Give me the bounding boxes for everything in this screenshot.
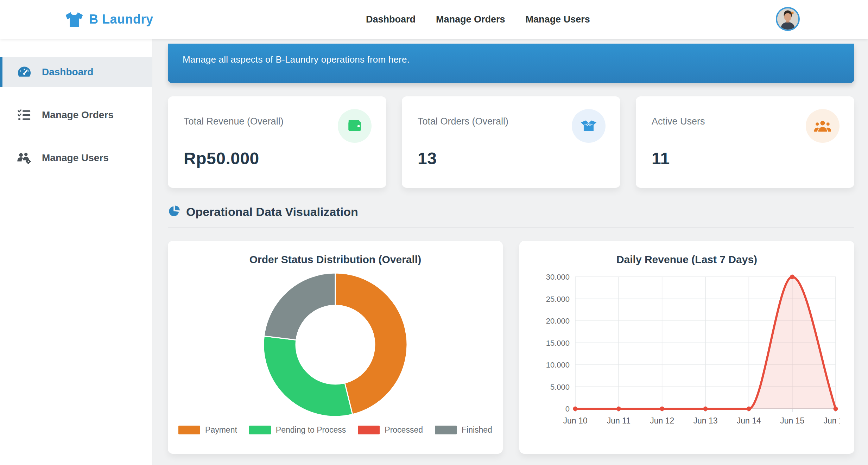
sidebar-item-label: Manage Users (42, 152, 109, 164)
legend-item[interactable]: Processed (358, 425, 423, 435)
brand-logo[interactable]: B Laundry (65, 11, 153, 28)
stat-card-total-orders: Total Orders (Overall) 13 (402, 96, 620, 188)
legend-swatch (435, 426, 457, 434)
svg-text:Jun 12: Jun 12 (650, 416, 674, 425)
line-chart-card: Daily Revenue (Last 7 Days) 05.00010.000… (519, 241, 854, 454)
top-navbar: B Laundry Dashboard Manage Orders Manage… (0, 0, 868, 39)
svg-text:15.000: 15.000 (546, 339, 569, 348)
charts-row: Order Status Distribution (Overall) Paym… (168, 241, 854, 454)
doughnut-slice (264, 273, 335, 340)
stat-value: Rp50.000 (184, 149, 370, 168)
line-chart: 05.00010.00015.00020.00025.00030.000Jun … (534, 270, 840, 437)
svg-text:0: 0 (565, 405, 569, 413)
welcome-banner: Manage all aspects of B-Laundry operatio… (168, 44, 854, 83)
wallet-icon (338, 109, 372, 143)
sidebar: Dashboard Manage Orders (0, 39, 152, 465)
nav-dashboard[interactable]: Dashboard (366, 14, 416, 25)
nav-manage-orders[interactable]: Manage Orders (436, 14, 505, 25)
sidebar-item-dashboard[interactable]: Dashboard (0, 57, 152, 87)
speedometer-icon (17, 65, 32, 79)
legend-swatch (249, 426, 271, 434)
svg-text:10.000: 10.000 (546, 361, 569, 369)
sidebar-item-manage-users[interactable]: Manage Users (0, 143, 152, 173)
banner-message: Manage all aspects of B-Laundry operatio… (183, 54, 840, 65)
svg-text:Jun 15: Jun 15 (780, 416, 804, 425)
stat-card-active-users: Active Users 11 (636, 96, 854, 188)
users-gear-icon (17, 151, 32, 165)
legend-item[interactable]: Payment (178, 425, 237, 435)
legend-item[interactable]: Finished (435, 425, 492, 435)
section-head: Operational Data Visualization (168, 205, 854, 219)
box-open-icon (572, 109, 606, 143)
section-divider (168, 227, 854, 228)
legend-swatch (178, 426, 200, 434)
legend-label: Finished (462, 425, 492, 435)
nav-manage-users[interactable]: Manage Users (526, 14, 590, 25)
svg-text:Jun 11: Jun 11 (607, 416, 630, 425)
doughnut-chart-title: Order Status Distribution (Overall) (168, 254, 503, 266)
app-root: B Laundry Dashboard Manage Orders Manage… (0, 0, 868, 465)
sidebar-item-label: Dashboard (42, 66, 93, 78)
svg-text:30.000: 30.000 (546, 273, 569, 281)
line-chart-title: Daily Revenue (Last 7 Days) (519, 254, 854, 266)
user-avatar[interactable] (776, 7, 800, 31)
svg-text:Jun 13: Jun 13 (693, 416, 717, 425)
stat-value: 13 (418, 149, 604, 168)
stat-card-total-revenue: Total Revenue (Overall) Rp50.000 (168, 96, 386, 188)
svg-text:Jun 16: Jun 16 (823, 416, 840, 425)
sidebar-item-label: Manage Orders (42, 109, 114, 121)
stat-value: 11 (652, 149, 838, 168)
doughnut-slice (264, 336, 353, 416)
tshirt-icon (65, 11, 83, 28)
section-title: Operational Data Visualization (186, 205, 358, 219)
svg-text:Jun 14: Jun 14 (736, 416, 761, 425)
legend-label: Processed (385, 425, 423, 435)
users-icon (806, 109, 840, 143)
legend-item[interactable]: Pending to Process (249, 425, 346, 435)
doughnut-chart (262, 271, 409, 420)
legend-swatch (358, 426, 380, 434)
svg-text:20.000: 20.000 (546, 317, 569, 325)
svg-text:Jun 10: Jun 10 (563, 416, 587, 425)
svg-text:25.000: 25.000 (546, 295, 569, 304)
main-content: Manage all aspects of B-Laundry operatio… (152, 39, 868, 465)
brand-name: B Laundry (89, 12, 153, 27)
stats-row: Total Revenue (Overall) Rp50.000 Total O… (168, 96, 854, 188)
doughnut-chart-card: Order Status Distribution (Overall) Paym… (168, 241, 503, 454)
doughnut-legend: PaymentPending to ProcessProcessedFinish… (168, 425, 503, 435)
top-nav-links: Dashboard Manage Orders Manage Users (366, 14, 590, 25)
body-row: Dashboard Manage Orders (0, 39, 868, 465)
pie-chart-icon (168, 205, 180, 219)
legend-label: Pending to Process (276, 425, 346, 435)
sidebar-item-manage-orders[interactable]: Manage Orders (0, 100, 152, 130)
list-check-icon (17, 108, 32, 122)
svg-text:5.000: 5.000 (550, 383, 569, 391)
legend-label: Payment (205, 425, 237, 435)
